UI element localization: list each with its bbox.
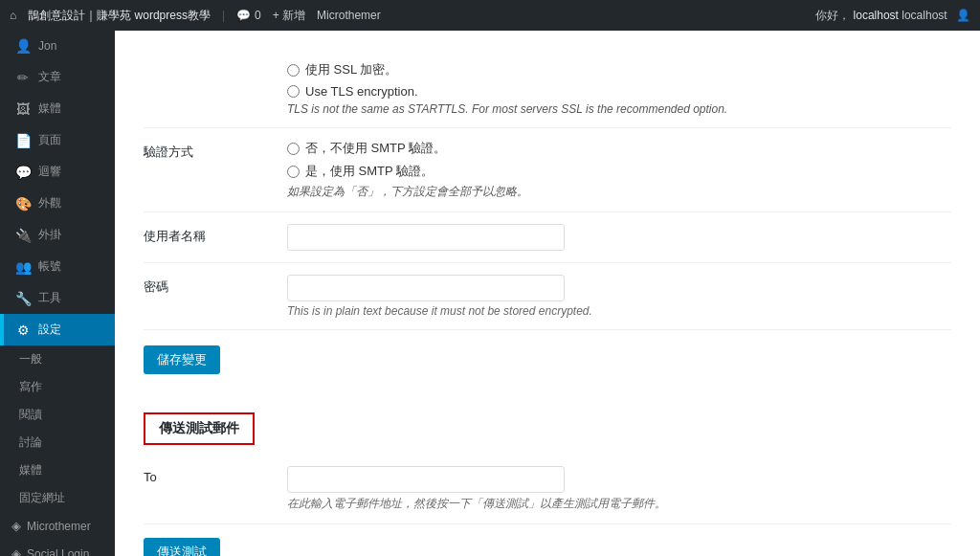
to-input[interactable]: [287, 466, 565, 493]
ssl-option[interactable]: 使用 SSL 加密。: [287, 61, 951, 78]
sidebar-item-label: 外觀: [38, 195, 103, 211]
sidebar-item-label: 設定: [38, 322, 103, 338]
admin-bar-plugin[interactable]: Microthemer: [317, 9, 381, 22]
password-label: 密碼: [144, 275, 268, 296]
sidebar-item-label: 帳號: [38, 258, 103, 275]
sidebar-item-label: 迴響: [38, 164, 103, 180]
auth-row: 驗證方式 否，不使用 SMTP 驗證。 是，使用 SMTP 驗證。 如果設定為「…: [144, 128, 951, 212]
sidebar-item-users[interactable]: 👥 帳號: [0, 251, 115, 282]
admin-bar-sep1: |: [222, 9, 225, 22]
plugin-label: Social Login: [27, 547, 89, 557]
sidebar-item-pages[interactable]: 📄 頁面: [0, 124, 115, 156]
username-input[interactable]: [287, 224, 565, 251]
sidebar-sub-general[interactable]: 一般: [0, 345, 115, 373]
admin-bar-user: 你好， localhost localhost 👤: [815, 8, 970, 24]
password-note: This is in plain text because it must no…: [287, 304, 951, 318]
to-note: 在此輸入電子郵件地址，然後按一下「傳送測試」以產生測試用電子郵件。: [287, 496, 951, 512]
sidebar-item-tools[interactable]: 🔧 工具: [0, 282, 115, 314]
avatar-icon: 👤: [956, 9, 970, 22]
tls-note: TLS is not the same as STARTTLS. For mos…: [287, 102, 951, 116]
tls-option-label: Use TLS encryption.: [305, 84, 418, 99]
ssl-radio[interactable]: [287, 64, 300, 77]
send-test-header[interactable]: 傳送測試郵件: [144, 412, 255, 445]
appearance-icon: 🎨: [15, 196, 31, 211]
auth-label: 驗證方式: [144, 140, 268, 161]
sidebar-item-jon[interactable]: 👤 Jon: [0, 31, 115, 61]
articles-icon: ✏: [15, 70, 31, 85]
sidebar-item-articles[interactable]: ✏ 文章: [0, 61, 115, 93]
test-button-row: 傳送測試: [144, 524, 951, 556]
auth-yes-radio[interactable]: [287, 166, 300, 178]
user-icon: 👤: [15, 38, 31, 54]
auth-no-radio[interactable]: [287, 143, 300, 155]
sidebar-item-settings[interactable]: ⚙ 設定: [0, 314, 115, 345]
social-login-icon: ◈: [11, 546, 21, 556]
content-area: 使用 SSL 加密。 Use TLS encryption. TLS is no…: [115, 31, 980, 556]
sidebar-item-comments[interactable]: 💬 迴響: [0, 156, 115, 188]
ssl-control: 使用 SSL 加密。 Use TLS encryption. TLS is no…: [287, 61, 951, 116]
tls-option[interactable]: Use TLS encryption.: [287, 84, 951, 99]
username-row: 使用者名稱: [144, 212, 951, 263]
password-row: 密碼 This is in plain text because it must…: [144, 263, 951, 330]
settings-icon: ⚙: [15, 322, 31, 338]
save-row: 儲存變更: [144, 330, 951, 382]
sidebar-item-label: 媒體: [38, 100, 103, 117]
sidebar-plugin-microthemer[interactable]: ◈ Microthemer: [0, 512, 115, 540]
sidebar-item-label: 頁面: [38, 132, 103, 148]
comment-icon: 💬: [236, 9, 251, 22]
to-label: To: [144, 466, 268, 484]
pages-icon: 📄: [15, 133, 31, 148]
to-control: 在此輸入電子郵件地址，然後按一下「傳送測試」以產生測試用電子郵件。: [287, 466, 951, 512]
ssl-option-label: 使用 SSL 加密。: [305, 61, 397, 78]
sidebar-item-label: 文章: [38, 69, 103, 85]
sidebar-plugin-social-login[interactable]: ◈ Social Login: [0, 540, 115, 556]
username-control: [287, 224, 951, 251]
sidebar-item-label: 工具: [38, 290, 103, 306]
admin-bar: ⌂ 鵲創意設計｜賺學苑 wordpress教學 | 💬 0 + 新增 Micro…: [0, 0, 980, 31]
auth-control: 否，不使用 SMTP 驗證。 是，使用 SMTP 驗證。 如果設定為「否」，下方…: [287, 140, 951, 200]
test-section: 傳送測試郵件: [144, 397, 951, 455]
media-icon: 🖼: [15, 101, 31, 117]
password-control: This is in plain text because it must no…: [287, 275, 951, 318]
users-icon: 👥: [15, 259, 31, 275]
ssl-label-empty: [144, 61, 268, 65]
to-row: To 在此輸入電子郵件地址，然後按一下「傳送測試」以產生測試用電子郵件。: [144, 455, 951, 524]
save-button[interactable]: 儲存變更: [144, 345, 220, 374]
microthemer-icon: ◈: [11, 519, 21, 533]
ssl-row: 使用 SSL 加密。 Use TLS encryption. TLS is no…: [144, 50, 951, 128]
sidebar-sub-permalink[interactable]: 固定網址: [0, 484, 115, 512]
auth-note: 如果設定為「否」，下方設定會全部予以忽略。: [287, 184, 951, 200]
sidebar-item-label: 外掛: [38, 227, 103, 243]
tls-radio[interactable]: [287, 85, 300, 98]
sidebar-item-appearance[interactable]: 🎨 外觀: [0, 188, 115, 219]
auth-yes-label: 是，使用 SMTP 驗證。: [305, 163, 434, 180]
sidebar-sub-media[interactable]: 媒體: [0, 456, 115, 484]
password-input[interactable]: [287, 275, 565, 301]
auth-no-label: 否，不使用 SMTP 驗證。: [305, 140, 446, 157]
admin-bar-comments[interactable]: 💬 0: [236, 9, 261, 22]
main-content: 使用 SSL 加密。 Use TLS encryption. TLS is no…: [115, 31, 980, 556]
sidebar-item-media[interactable]: 🖼 媒體: [0, 93, 115, 124]
plugin-label: Microthemer: [27, 520, 91, 533]
sidebar-sub-discussion[interactable]: 討論: [0, 429, 115, 456]
sidebar-item-label: Jon: [38, 39, 103, 53]
sidebar: 👤 Jon ✏ 文章 🖼 媒體 📄 頁面 💬 迴響 🎨 外觀 🔌 外掛 👥: [0, 31, 115, 556]
sidebar-item-plugins[interactable]: 🔌 外掛: [0, 219, 115, 251]
tools-icon: 🔧: [15, 291, 31, 306]
admin-bar-new[interactable]: + 新增: [273, 8, 305, 24]
auth-yes-option[interactable]: 是，使用 SMTP 驗證。: [287, 163, 951, 180]
comments-icon: 💬: [15, 165, 31, 180]
plugins-icon: 🔌: [15, 228, 31, 243]
sidebar-sub-writing[interactable]: 寫作: [0, 373, 115, 401]
auth-no-option[interactable]: 否，不使用 SMTP 驗證。: [287, 140, 951, 157]
admin-bar-home[interactable]: ⌂: [10, 9, 16, 22]
test-button[interactable]: 傳送測試: [144, 538, 220, 556]
username-label: 使用者名稱: [144, 224, 268, 245]
admin-bar-site-name[interactable]: 鵲創意設計｜賺學苑 wordpress教學: [28, 8, 211, 24]
sidebar-sub-reading[interactable]: 閱讀: [0, 401, 115, 429]
